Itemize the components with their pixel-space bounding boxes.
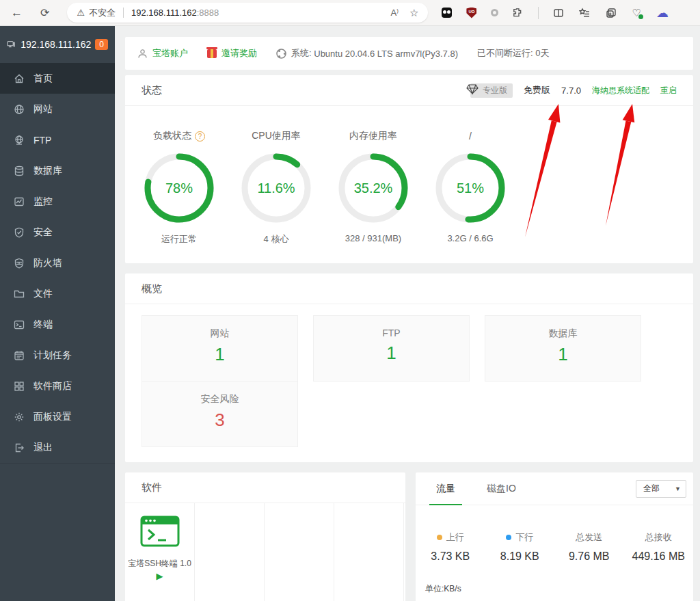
site-warning-icon[interactable]: ⚠ bbox=[77, 8, 85, 18]
gauge-cpu: CPU使用率 11.6% 4 核心 bbox=[228, 129, 325, 245]
gauge-disk-root: / 51% 3.2G / 6.6G bbox=[422, 129, 519, 245]
server-monitor-icon bbox=[7, 38, 15, 51]
info-bar: 宝塔账户 邀请奖励 系统: Ubuntu 20.04.6 LTS armv7l(… bbox=[125, 37, 693, 70]
app-slot-empty bbox=[334, 503, 404, 601]
software-title: 软件 bbox=[142, 481, 162, 494]
downstream-dot bbox=[506, 535, 511, 540]
overview-title: 概览 bbox=[142, 282, 162, 295]
sidebar-item-home[interactable]: 首页 bbox=[0, 63, 115, 94]
gauge-cpu-caption: 4 核心 bbox=[228, 233, 325, 245]
gauge-load-value: 78% bbox=[144, 152, 215, 224]
address-bar[interactable]: ⚠ 不安全 192.168.111.162 :8888 A) ☆ bbox=[67, 3, 428, 23]
gauge-cpu-value: 11.6% bbox=[241, 152, 312, 224]
refresh-icon[interactable]: ⟳ bbox=[40, 8, 49, 18]
tile-website[interactable]: 网站 1 bbox=[142, 315, 298, 382]
app-slot-empty bbox=[195, 503, 265, 601]
back-icon[interactable]: ← bbox=[11, 7, 23, 18]
sidebar: 192.168.111.162 0 首页 网站 FTP 数据库 监控 安全 bbox=[0, 26, 115, 601]
sidebar-item-files[interactable]: 文件 bbox=[0, 278, 115, 309]
cron-calendar-icon bbox=[14, 350, 25, 361]
tile-ftp[interactable]: FTP 1 bbox=[313, 315, 470, 382]
load-help-icon[interactable]: ? bbox=[195, 131, 205, 142]
bt-account-link[interactable]: 宝塔账户 bbox=[137, 47, 188, 59]
stat-upstream: 上行 3.73 KB bbox=[416, 531, 485, 563]
unit-note: 单位:KB/s bbox=[425, 583, 693, 595]
url-port[interactable]: :8888 bbox=[197, 8, 219, 18]
gauge-memory-caption: 328 / 931(MB) bbox=[325, 233, 422, 243]
stat-total-received: 总接收 449.16 MB bbox=[624, 531, 694, 563]
ftp-icon bbox=[14, 135, 25, 146]
home-icon bbox=[14, 73, 25, 84]
sidebar-item-settings[interactable]: 面板设置 bbox=[0, 401, 115, 432]
software-card: 软件 宝塔SSH终端 1.0 ▶ bbox=[125, 472, 405, 601]
server-host: 192.168.111.162 bbox=[21, 39, 91, 50]
sidebar-item-firewall[interactable]: 防火墙 bbox=[0, 248, 115, 278]
firewall-icon bbox=[14, 258, 25, 269]
pro-version-badge[interactable]: 专业版 bbox=[470, 83, 513, 98]
stat-downstream: 下行 8.19 KB bbox=[485, 531, 555, 563]
tile-database[interactable]: 数据库 1 bbox=[485, 315, 641, 382]
security-label[interactable]: 不安全 bbox=[89, 7, 116, 19]
ssh-terminal-icon bbox=[140, 516, 180, 547]
app-ssh-terminal[interactable]: 宝塔SSH终端 1.0 ▶ bbox=[125, 503, 195, 601]
edition-label: 免费版 bbox=[524, 84, 550, 96]
sidebar-item-logout[interactable]: 退出 bbox=[0, 432, 115, 463]
sidebar-footer bbox=[0, 463, 115, 601]
sidebar-item-ftp[interactable]: FTP bbox=[0, 124, 115, 155]
sidebar-item-cron[interactable]: 计划任务 bbox=[0, 340, 115, 371]
terminal-icon bbox=[14, 319, 25, 330]
main-content: 宝塔账户 邀请奖励 系统: Ubuntu 20.04.6 LTS armv7l(… bbox=[115, 26, 700, 601]
sidebar-item-database[interactable]: 数据库 bbox=[0, 155, 115, 186]
tile-security-risk[interactable]: 安全风险 3 bbox=[142, 381, 298, 447]
favorite-star-icon[interactable]: ☆ bbox=[409, 7, 418, 19]
message-count-badge[interactable]: 0 bbox=[95, 39, 108, 50]
url-host[interactable]: 192.168.111.162 bbox=[131, 8, 197, 18]
cloud-sync-icon[interactable]: ☁ bbox=[656, 5, 669, 21]
diamond-icon bbox=[465, 82, 480, 96]
sidebar-item-monitor[interactable]: 监控 bbox=[0, 186, 115, 217]
status-title: 状态 bbox=[142, 84, 162, 97]
tab-disk-io[interactable]: 磁盘IO bbox=[480, 472, 523, 505]
traffic-filter-select[interactable]: 全部 ▼ bbox=[636, 480, 686, 498]
toolbar-divider bbox=[538, 7, 539, 19]
security-shield-icon bbox=[14, 227, 25, 238]
stat-total-sent: 总发送 9.76 MB bbox=[554, 531, 624, 563]
ubuntu-logo-icon bbox=[276, 49, 286, 59]
puzzle-extensions-icon[interactable] bbox=[513, 8, 524, 18]
sidebar-item-website[interactable]: 网站 bbox=[0, 94, 115, 124]
gauge-memory-value: 35.2% bbox=[338, 152, 409, 224]
gift-icon bbox=[207, 49, 217, 58]
gauges-row: 负载状态? 78% 运行正常 CPU使用率 bbox=[125, 106, 526, 245]
browser-toolbar: ← ⟳ ⚠ 不安全 192.168.111.162 :8888 A) ☆ UO … bbox=[0, 0, 700, 26]
overview-card: 概览 网站 1 FTP 1 数据库 1 bbox=[125, 273, 693, 462]
website-icon bbox=[14, 104, 25, 115]
invite-reward-link[interactable]: 邀请奖励 bbox=[207, 47, 257, 59]
extension-dark-icon[interactable] bbox=[442, 8, 452, 18]
restart-link[interactable]: 重启 bbox=[660, 85, 677, 96]
system-info: 系统: Ubuntu 20.04.6 LTS armv7l(Py3.7.8) bbox=[276, 47, 458, 59]
app-run-icon[interactable]: ▶ bbox=[125, 571, 194, 581]
sidebar-header: 192.168.111.162 0 bbox=[0, 26, 115, 63]
split-screen-icon[interactable] bbox=[553, 8, 564, 18]
system-version: Ubuntu 20.04.6 LTS armv7l(Py3.7.8) bbox=[314, 49, 458, 59]
ublock-icon[interactable]: UO bbox=[466, 8, 476, 18]
sidebar-item-terminal[interactable]: 终端 bbox=[0, 309, 115, 340]
tab-traffic[interactable]: 流量 bbox=[429, 472, 462, 505]
sidebar-item-security[interactable]: 安全 bbox=[0, 217, 115, 248]
uptime-label: 已不间断运行: 0天 bbox=[477, 47, 549, 59]
gauge-memory: 内存使用率 35.2% 328 / 931(MB) bbox=[325, 129, 422, 245]
duplicate-tab-icon[interactable] bbox=[606, 8, 617, 18]
appstore-grid-icon bbox=[14, 381, 25, 392]
collections-icon[interactable] bbox=[579, 8, 591, 18]
database-icon bbox=[14, 165, 25, 176]
chevron-down-icon: ▼ bbox=[675, 485, 681, 492]
gauge-load-caption: 运行正常 bbox=[131, 233, 228, 245]
hinas-adapt-link[interactable]: 海纳思系统适配 bbox=[592, 85, 649, 96]
ring-extension-icon[interactable] bbox=[491, 9, 498, 16]
browser-essentials-icon[interactable]: ♡ bbox=[632, 7, 641, 19]
sidebar-item-appstore[interactable]: 软件商店 bbox=[0, 371, 115, 401]
app-slot-empty bbox=[265, 503, 334, 601]
read-aloud-icon[interactable]: A) bbox=[391, 8, 399, 18]
version-number: 7.7.0 bbox=[561, 85, 581, 96]
upstream-dot bbox=[437, 535, 442, 540]
